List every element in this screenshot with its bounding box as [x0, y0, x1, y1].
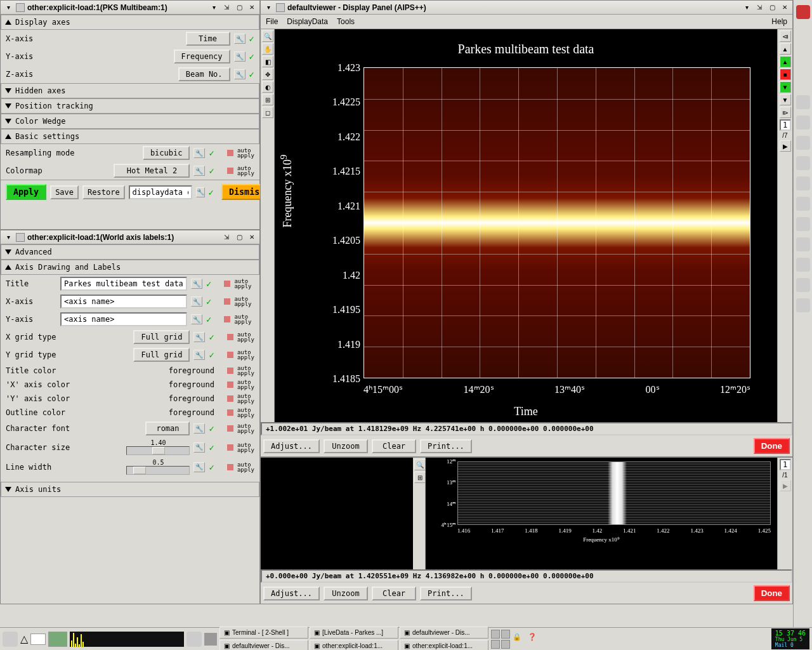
yaxis-select[interactable]: Frequency	[174, 50, 230, 63]
brush-icon[interactable]	[796, 176, 810, 190]
section-basic-settings[interactable]: Basic settings	[1, 129, 259, 144]
hat-icon[interactable]	[796, 5, 810, 19]
last-icon[interactable]: ⧐	[780, 107, 791, 118]
wrench-icon[interactable]: 🔧	[234, 34, 246, 44]
pin-icon[interactable]: ⇲	[221, 3, 232, 13]
auto-apply-box[interactable]	[227, 168, 233, 174]
win1-titlebar[interactable]: ▾ other:explicit-load:1(PKS Multibeam:1)…	[1, 1, 259, 15]
section-color-wedge[interactable]: Color Wedge	[1, 114, 259, 129]
color-icon[interactable]: ◧	[262, 56, 273, 67]
resampling-select[interactable]: bicubic	[143, 146, 190, 160]
viewer-titlebar[interactable]: ▾ defaultviewer - Display Panel (AIPS++)…	[261, 1, 792, 15]
close-icon[interactable]: ✕	[780, 3, 790, 13]
section-hidden-axes[interactable]: Hidden axes	[1, 83, 259, 98]
flag-icon[interactable]	[796, 156, 810, 170]
section-axis-units[interactable]: Axis units	[1, 482, 259, 497]
done2-button[interactable]: Done	[754, 585, 790, 601]
auto-apply-box[interactable]	[227, 409, 233, 416]
displaydata-field[interactable]	[129, 185, 192, 199]
auto-apply-box[interactable]	[224, 298, 230, 305]
task-other1[interactable]: ▣other:explicit-load:1...	[310, 640, 398, 651]
search-icon[interactable]	[796, 278, 810, 292]
pan-icon[interactable]: ✋	[262, 43, 273, 55]
task-viewer1[interactable]: ▣defaultviewer - Dis...	[400, 627, 488, 639]
help-icon[interactable]	[796, 116, 810, 129]
menu-displaydata[interactable]: DisplayData	[287, 17, 328, 26]
terminal-icon[interactable]	[796, 197, 810, 211]
auto-apply-box[interactable]	[227, 444, 233, 451]
workspace-up[interactable]: △	[20, 633, 28, 645]
close-icon[interactable]: ✕	[247, 3, 257, 13]
win2-titlebar[interactable]: ▾ other:explicit-load:1(World axis label…	[1, 230, 259, 244]
region-icon[interactable]: ◻	[262, 107, 273, 118]
max-icon[interactable]: ▢	[234, 3, 244, 13]
task-viewer2[interactable]: ▣defaultviewer - Dis...	[219, 640, 308, 651]
auto-apply-box[interactable]	[227, 425, 233, 432]
auto-apply-box[interactable]	[227, 395, 233, 402]
menu-icon[interactable]: ▾	[263, 3, 273, 13]
app1-icon[interactable]	[796, 95, 810, 109]
wrench-icon[interactable]: 🔧	[191, 279, 202, 289]
section-axis-drawing[interactable]: Axis Drawing and Labels	[1, 260, 259, 275]
clear-button[interactable]: Clear	[372, 439, 416, 453]
frame2-input[interactable]	[780, 459, 791, 470]
chart-icon[interactable]	[796, 298, 810, 312]
restore-button[interactable]: Restore	[82, 185, 125, 199]
help2-icon[interactable]: ❓	[528, 633, 540, 646]
contrast-icon[interactable]: ◐	[262, 81, 273, 93]
done-button[interactable]: Done	[754, 438, 790, 454]
mini-plot[interactable]: 12ᵐ13ᵐ14ᵐ4ʰ15ᵐ 1.4161.4171.4181.4191.421…	[426, 458, 777, 569]
xgrid-select[interactable]: Full grid	[133, 330, 190, 344]
auto-apply-box[interactable]	[224, 281, 230, 287]
up-icon[interactable]: ▲	[780, 43, 791, 55]
wrench-icon[interactable]: 🔧	[193, 350, 205, 360]
adjust-button[interactable]: Adjust...	[263, 439, 320, 453]
auto-apply-box[interactable]	[227, 464, 233, 470]
frame-input[interactable]	[780, 119, 791, 131]
calc-icon[interactable]	[796, 237, 810, 251]
clear2-button[interactable]: Clear	[372, 587, 416, 600]
charsize-slider[interactable]	[126, 446, 190, 455]
foot-icon[interactable]	[3, 632, 18, 647]
yaxis-input[interactable]	[60, 312, 187, 326]
move-icon[interactable]: ✥	[262, 69, 273, 80]
monitor-icon[interactable]	[796, 217, 810, 231]
print2-button[interactable]: Print...	[420, 587, 472, 600]
close-icon[interactable]: ✕	[247, 232, 257, 242]
zoom-icon[interactable]: 🔍	[414, 459, 426, 470]
linewidth-slider[interactable]	[126, 466, 190, 475]
lock-icon[interactable]: 🔒	[513, 633, 525, 646]
apply-button[interactable]: Apply	[6, 184, 46, 200]
xaxis-input[interactable]	[60, 295, 187, 308]
save-button[interactable]: Save	[50, 185, 79, 199]
unzoom2-button[interactable]: Unzoom	[324, 587, 368, 600]
wrench-icon[interactable]: 🔧	[193, 423, 205, 434]
menu-tools[interactable]: Tools	[337, 17, 355, 26]
play-up-icon[interactable]: ▲	[780, 56, 791, 67]
play-down-icon[interactable]: ▼	[780, 81, 791, 93]
shade-icon[interactable]: ▾	[742, 3, 752, 13]
colormap-select[interactable]: Hot Metal 2	[114, 164, 190, 178]
wrench-icon[interactable]: 🔧	[193, 442, 205, 453]
main-plot[interactable]: Parkes multibeam test data Frequency x10…	[275, 29, 777, 422]
wrench-icon[interactable]: 🔧	[234, 69, 246, 79]
app2-icon[interactable]	[796, 136, 810, 150]
wrench-icon[interactable]: 🔧	[191, 314, 202, 324]
wrench-icon[interactable]: 🔧	[193, 148, 205, 158]
task-terminal[interactable]: ▣Terminal - [ 2-Shell ]	[219, 627, 308, 639]
down-icon[interactable]: ▼	[780, 94, 791, 105]
grid-icon[interactable]: ⊞	[414, 472, 426, 483]
stop-icon[interactable]: ■	[780, 69, 791, 80]
auto-apply-box[interactable]	[227, 352, 233, 358]
font-select[interactable]: roman	[145, 421, 190, 435]
menu-icon[interactable]: ▾	[3, 232, 13, 242]
adjust2-button[interactable]: Adjust...	[263, 587, 320, 600]
auto-apply-box[interactable]	[227, 368, 233, 374]
film-icon[interactable]: ⊞	[262, 94, 273, 105]
task-livedata[interactable]: ▣[LiveData - Parkes ...]	[310, 627, 398, 639]
section-position-tracking[interactable]: Position tracking	[1, 98, 259, 114]
zaxis-select[interactable]: Beam No.	[178, 67, 230, 81]
auto-apply-box[interactable]	[224, 316, 230, 322]
wrench-icon[interactable]: 🔧	[193, 166, 205, 176]
pin-icon[interactable]: ⇲	[754, 3, 764, 13]
